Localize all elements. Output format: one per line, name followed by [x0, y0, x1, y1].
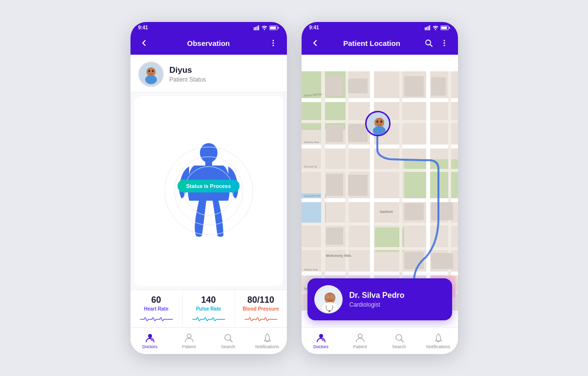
svg-line-109 [401, 340, 403, 342]
svg-text:Darrow St: Darrow St [304, 165, 317, 168]
svg-point-33 [435, 29, 436, 30]
svg-rect-60 [426, 71, 430, 311]
menu-button-1[interactable] [266, 36, 280, 50]
menu-button-2[interactable] [437, 36, 451, 50]
nav-patient-label-2: Patient [353, 344, 367, 349]
svg-rect-2 [257, 26, 258, 30]
svg-rect-32 [429, 25, 430, 30]
search-button-2[interactable] [422, 36, 436, 50]
svg-rect-31 [428, 26, 429, 30]
nav-doctors-1[interactable]: Doctors [131, 331, 170, 349]
svg-rect-3 [258, 25, 259, 30]
svg-rect-58 [370, 71, 374, 311]
svg-point-99 [327, 296, 328, 298]
svg-point-26 [187, 334, 191, 338]
svg-text:Sanford: Sanford [380, 210, 392, 213]
patient-header: Diyus Patient Status [131, 55, 287, 92]
status-badge: Status is Process [177, 180, 240, 192]
svg-point-103 [319, 334, 323, 338]
nav-doctors-label-2: Doctors [313, 344, 328, 349]
svg-point-14 [148, 70, 150, 72]
nav-notifications-label-1: Notifications [255, 344, 279, 349]
nav-doctors-2[interactable]: Doctors [302, 331, 341, 349]
svg-rect-36 [449, 27, 450, 28]
svg-point-9 [272, 42, 274, 44]
map-container: Holy Cross Hospital + Plyers Mill Rd Den… [302, 55, 458, 327]
svg-rect-66 [404, 76, 424, 97]
patient-info: Diyus Patient Status [170, 65, 206, 83]
svg-rect-72 [326, 228, 343, 245]
bp-label: Blood Pressure [243, 306, 279, 312]
nav-search-2[interactable]: Search [380, 331, 419, 349]
vital-pulse-rate: 140 Pulse Rate [183, 290, 235, 327]
doctor-card: Dr. Silva Pedro Cardiologist [307, 278, 452, 320]
patient-avatar [138, 62, 164, 87]
doctor-specialty: Cardiologist [349, 301, 405, 308]
svg-point-4 [263, 29, 264, 30]
svg-rect-7 [278, 27, 279, 28]
status-time-1: 9:41 [138, 25, 148, 30]
svg-rect-64 [326, 125, 343, 142]
svg-rect-6 [270, 26, 276, 29]
svg-rect-0 [254, 27, 255, 30]
vitals-row: 60 Heart Rate 140 Pulse Rate 80/110 Bloo… [131, 290, 287, 327]
svg-point-41 [443, 45, 445, 46]
nav-doctors-label-1: Doctors [142, 344, 157, 349]
svg-text:Arthur Ave: Arthur Ave [304, 268, 318, 271]
phones-container: 9:41 Observation [131, 22, 458, 354]
status-bar-2: 9:41 [302, 22, 458, 32]
svg-text:Dennis Ave: Dennis Ave [304, 141, 319, 144]
status-icons-1 [254, 25, 279, 30]
svg-rect-69 [348, 175, 368, 196]
svg-text:Churchill Rd: Churchill Rd [304, 194, 320, 197]
nav-notifications-2[interactable]: Notifications [419, 331, 458, 349]
svg-point-22 [148, 334, 152, 338]
svg-rect-67 [431, 77, 446, 96]
vital-blood-pressure: 80/110 Blood Pressure [235, 290, 287, 327]
svg-point-93 [373, 126, 386, 136]
nav-patient-2[interactable]: Patient [341, 331, 380, 349]
svg-point-16 [145, 75, 157, 84]
pulse-wave [192, 314, 226, 323]
svg-rect-65 [348, 124, 368, 142]
svg-line-28 [230, 340, 232, 342]
status-bar-1: 9:41 [131, 22, 287, 32]
search-icon-2 [394, 333, 405, 343]
doctor-name: Dr. Silva Pedro [349, 291, 405, 300]
phone1-content: Diyus Patient Status [131, 55, 287, 354]
svg-point-8 [272, 40, 274, 42]
doctors-icon-1 [145, 333, 155, 343]
bottom-nav-2: Doctors Patient Search [302, 327, 458, 354]
svg-point-10 [272, 45, 274, 46]
phone-location: 9:41 Patient Location [302, 22, 458, 354]
vital-heart-rate: 60 Heart Rate [131, 290, 183, 327]
bottom-nav-1: Doctors Patient [131, 327, 287, 354]
top-bar-2: Patient Location [302, 32, 458, 55]
back-button-1[interactable] [137, 36, 151, 50]
body-diagram-area: Status is Process [134, 96, 283, 286]
svg-point-39 [443, 40, 445, 42]
nav-search-label-2: Search [392, 344, 406, 349]
svg-rect-73 [404, 252, 424, 269]
svg-rect-68 [326, 174, 343, 196]
svg-rect-1 [255, 27, 256, 30]
heart-rate-value: 60 [151, 295, 161, 305]
svg-rect-30 [426, 27, 427, 30]
svg-rect-70 [404, 203, 424, 220]
svg-rect-61 [448, 71, 451, 311]
doctor-info: Dr. Silva Pedro Cardiologist [349, 291, 405, 308]
svg-point-100 [331, 296, 333, 298]
top-bar-right-2 [422, 36, 451, 50]
screen-title-1: Observation [187, 39, 230, 47]
status-icons-2 [425, 25, 450, 30]
bell-icon-2 [433, 333, 444, 343]
nav-patient-1[interactable]: Patient [170, 331, 209, 349]
nav-notifications-1[interactable]: Notifications [248, 331, 287, 349]
nav-search-1[interactable]: Search [209, 331, 248, 349]
doctors-icon-2 [316, 333, 327, 343]
pulse-rate-value: 140 [201, 295, 216, 305]
nav-notifications-label-2: Notifications [426, 344, 450, 349]
back-button-2[interactable] [308, 36, 322, 50]
svg-rect-63 [348, 79, 368, 93]
doctor-avatar [314, 285, 343, 313]
